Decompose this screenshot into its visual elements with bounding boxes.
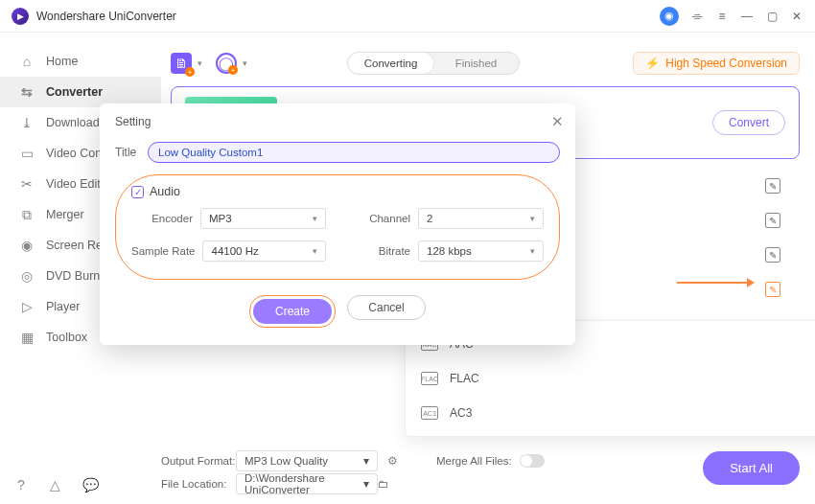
create-button[interactable]: Create xyxy=(253,299,332,324)
output-format-select[interactable]: MP3 Low Quality▾ xyxy=(236,450,378,471)
record-icon: ◉ xyxy=(19,238,35,253)
lightning-icon: ⚡ xyxy=(645,57,660,70)
edit-icon[interactable]: ✎ xyxy=(765,247,780,263)
create-button-highlight: Create xyxy=(249,295,336,328)
edit-icon-highlighted[interactable]: ✎ xyxy=(765,282,780,297)
flac-icon: FLAC xyxy=(421,372,438,385)
merge-label: Merge All Files: xyxy=(436,455,512,467)
chevron-down-icon: ▾ xyxy=(363,477,369,491)
disc-icon: ◎ xyxy=(19,268,35,284)
sidebar-item-label: Home xyxy=(46,55,78,68)
grid-icon: ▦ xyxy=(19,330,35,345)
sidebar-item-label: Merger xyxy=(46,208,84,221)
chevron-down-icon: ▾ xyxy=(313,246,317,256)
file-location-select[interactable]: D:\Wondershare UniConverter▾ xyxy=(236,473,378,494)
sidebar-item-home[interactable]: ⌂Home xyxy=(0,46,161,77)
sidebar-item-label: Toolbox xyxy=(46,331,87,344)
bell-icon[interactable]: △ xyxy=(50,477,67,494)
chevron-down-icon: ▾ xyxy=(363,454,369,468)
app-logo xyxy=(12,8,29,25)
maximize-icon[interactable]: ▢ xyxy=(765,10,779,23)
chevron-down-icon[interactable]: ▾ xyxy=(243,58,247,68)
chevron-down-icon: ▾ xyxy=(530,246,535,256)
modal-close-button[interactable]: ✕ xyxy=(551,113,564,130)
titlebar: Wondershare UniConverter ◉ ⌯ ≡ — ▢ ✕ xyxy=(0,0,815,33)
edit-icon[interactable]: ✎ xyxy=(765,178,780,194)
output-format-label: Output Format: xyxy=(161,455,236,467)
home-icon: ⌂ xyxy=(19,54,35,69)
channel-select[interactable]: 2▾ xyxy=(418,208,544,229)
high-speed-badge[interactable]: ⚡High Speed Conversion xyxy=(633,52,800,75)
merge-toggle[interactable] xyxy=(520,454,545,468)
hamburger-icon[interactable]: ≡ xyxy=(715,10,729,23)
samplerate-label: Sample Rate xyxy=(131,245,195,257)
format-item-flac[interactable]: FLACFLAC xyxy=(406,361,815,396)
settings-modal: Setting ✕ Title ✓ Audio EncoderMP3▾ Chan… xyxy=(100,103,575,345)
close-icon[interactable]: ✕ xyxy=(790,10,803,23)
samplerate-select[interactable]: 44100 Hz▾ xyxy=(202,241,326,262)
audio-checkbox[interactable]: ✓ xyxy=(131,186,144,198)
file-location-label: File Location: xyxy=(161,478,236,490)
ac3-icon: AC3 xyxy=(421,406,438,420)
title-label: Title xyxy=(115,146,148,159)
minimize-icon[interactable]: — xyxy=(740,10,754,23)
chevron-down-icon: ▾ xyxy=(530,214,535,223)
encoder-select[interactable]: MP3▾ xyxy=(200,208,326,229)
sidebar-item-label: Player xyxy=(46,300,80,313)
bitrate-select[interactable]: 128 kbps▾ xyxy=(418,241,544,262)
tab-finished[interactable]: Finished xyxy=(433,53,519,74)
start-all-button[interactable]: Start All xyxy=(703,451,800,485)
chevron-down-icon: ▾ xyxy=(313,214,317,223)
bitrate-label: Bitrate xyxy=(349,245,410,257)
edit-icon[interactable]: ✎ xyxy=(765,213,780,228)
status-tabs: Converting Finished xyxy=(347,52,520,75)
add-url-button[interactable]: ◯+ xyxy=(216,53,237,74)
gear-icon[interactable]: ⚙ xyxy=(387,454,398,468)
sidebar-item-label: Converter xyxy=(46,85,103,99)
audio-label: Audio xyxy=(150,185,180,198)
cancel-button[interactable]: Cancel xyxy=(347,295,426,320)
converter-icon: ⇆ xyxy=(19,84,35,100)
toolbar: 🗎+▾ ◯+▾ Converting Finished ⚡High Speed … xyxy=(171,44,800,82)
add-file-button[interactable]: 🗎+ xyxy=(171,53,192,74)
merge-icon: ⧉ xyxy=(19,207,35,222)
chat-icon[interactable]: 💬 xyxy=(82,477,100,494)
headset-icon[interactable]: ⌯ xyxy=(690,10,704,23)
scissors-icon: ✂ xyxy=(19,176,35,192)
annotation-arrow xyxy=(677,282,754,284)
app-title: Wondershare UniConverter xyxy=(36,10,176,23)
audio-section: ✓ Audio EncoderMP3▾ Channel2▾ Sample Rat… xyxy=(115,174,560,280)
chevron-down-icon[interactable]: ▾ xyxy=(198,58,202,68)
help-icon[interactable]: ? xyxy=(17,477,35,494)
channel-label: Channel xyxy=(349,213,410,224)
encoder-label: Encoder xyxy=(131,213,193,224)
tab-converting[interactable]: Converting xyxy=(348,53,433,74)
play-icon: ▷ xyxy=(19,299,35,314)
folder-icon[interactable]: 🗀 xyxy=(378,478,389,490)
convert-button[interactable]: Convert xyxy=(712,110,785,135)
format-item-ac3[interactable]: AC3AC3 xyxy=(406,396,815,430)
user-avatar[interactable]: ◉ xyxy=(660,7,679,26)
modal-title: Setting xyxy=(115,115,560,128)
title-input[interactable] xyxy=(148,142,560,163)
compress-icon: ▭ xyxy=(19,146,35,161)
download-icon: ⤓ xyxy=(19,115,35,130)
